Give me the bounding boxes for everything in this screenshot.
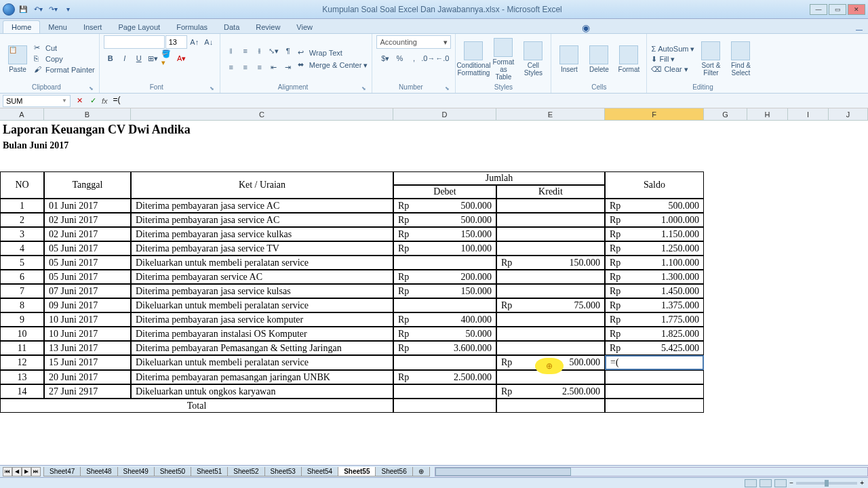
- header-debet[interactable]: Debet: [393, 185, 496, 199]
- sheet-tab-sheet50[interactable]: Sheet50: [154, 467, 191, 476]
- col-header-D[interactable]: D: [393, 108, 496, 120]
- table-row[interactable]: 707 Juni 2017Diterima pembayaran jasa se…: [0, 284, 704, 298]
- align-top[interactable]: ⫴: [224, 44, 238, 58]
- sheet-tab-sheet47[interactable]: Sheet47: [43, 467, 81, 476]
- delete-cells-button[interactable]: Delete: [585, 44, 612, 75]
- maximize-button[interactable]: ▭: [829, 4, 846, 15]
- orientation-button[interactable]: ⤡▾: [267, 44, 281, 58]
- sheet-tab-sheet51[interactable]: Sheet51: [191, 467, 228, 476]
- header-jumlah[interactable]: Jumlah: [393, 171, 605, 185]
- formula-input[interactable]: =(: [111, 95, 868, 107]
- header-saldo[interactable]: Saldo: [605, 171, 704, 199]
- col-header-E[interactable]: E: [496, 108, 605, 120]
- minimize-button[interactable]: —: [810, 4, 827, 15]
- percent-format-button[interactable]: %: [393, 52, 406, 65]
- autosum-button[interactable]: Σ AutoSum▾: [651, 45, 694, 54]
- table-row[interactable]: 1215 Juni 2017Dikeluarkan untuk membeli …: [0, 355, 704, 370]
- page-layout-view-button[interactable]: [760, 479, 772, 487]
- financial-table[interactable]: NO Tanggal Ket / Uraian Jumlah Saldo Deb…: [0, 171, 704, 413]
- col-header-H[interactable]: H: [747, 108, 788, 120]
- table-row[interactable]: 809 Juni 2017Dikeluarkan untuk membeli p…: [0, 298, 704, 312]
- last-sheet-button[interactable]: ⏭: [31, 467, 41, 476]
- cell-styles-button[interactable]: Cell Styles: [519, 40, 547, 78]
- new-sheet-button[interactable]: ⊕: [412, 467, 430, 476]
- comma-format-button[interactable]: ,: [407, 52, 420, 65]
- normal-view-button[interactable]: [745, 479, 757, 487]
- next-sheet-button[interactable]: ▶: [22, 467, 31, 476]
- report-subtitle[interactable]: Bulan Juni 2017: [0, 138, 71, 153]
- conditional-formatting-button[interactable]: Conditional Formatting: [460, 40, 487, 78]
- header-kredit[interactable]: Kredit: [496, 185, 605, 199]
- prev-sheet-button[interactable]: ◀: [12, 467, 22, 476]
- cancel-formula-button[interactable]: ✕: [73, 95, 85, 107]
- grow-font-button[interactable]: A↑: [188, 35, 201, 49]
- insert-cells-button[interactable]: Insert: [555, 44, 583, 75]
- page-break-view-button[interactable]: [774, 479, 787, 487]
- save-button[interactable]: 💾: [16, 3, 30, 16]
- horizontal-scrollbar[interactable]: [435, 467, 868, 476]
- enter-formula-button[interactable]: ✓: [87, 95, 99, 107]
- zoom-out-button[interactable]: −: [789, 479, 793, 487]
- table-row[interactable]: 910 Juni 2017Diterima pembayaran jasa se…: [0, 312, 704, 327]
- sheet-tab-sheet48[interactable]: Sheet48: [80, 467, 117, 476]
- fill-color-button[interactable]: 🪣▾: [161, 52, 174, 65]
- italic-button[interactable]: I: [118, 52, 132, 65]
- border-button[interactable]: ⊞▾: [146, 52, 160, 65]
- underline-button[interactable]: U: [132, 52, 146, 65]
- sheet-tab-sheet53[interactable]: Sheet53: [264, 467, 302, 476]
- align-right[interactable]: ≡: [253, 60, 267, 74]
- header-no[interactable]: NO: [0, 171, 44, 199]
- sheet-tab-sheet49[interactable]: Sheet49: [117, 467, 155, 476]
- tab-review[interactable]: Review: [248, 21, 288, 33]
- col-header-I[interactable]: I: [788, 108, 829, 120]
- table-row[interactable]: 1010 Juni 2017Diterima pembayaran instal…: [0, 327, 704, 341]
- copy-button[interactable]: ⎘Copy: [34, 54, 95, 64]
- table-row[interactable]: 605 Juni 2017Diterima pembayaran service…: [0, 270, 704, 284]
- close-button[interactable]: ✕: [848, 4, 865, 15]
- clear-button[interactable]: ⌫ Clear▾: [651, 65, 694, 74]
- number-format-combo[interactable]: Accounting▾: [376, 35, 451, 49]
- font-launcher[interactable]: ⬊: [210, 85, 216, 92]
- bold-button[interactable]: B: [104, 52, 117, 65]
- decrease-indent[interactable]: ⇤: [267, 60, 281, 74]
- minimize-ribbon-icon[interactable]: —: [856, 26, 863, 33]
- format-as-table-button[interactable]: Format as Table: [490, 37, 517, 82]
- paste-button[interactable]: 📋 Paste: [4, 44, 31, 75]
- font-family-combo[interactable]: [104, 35, 165, 49]
- tab-home[interactable]: Home: [3, 20, 40, 33]
- tab-data[interactable]: Data: [216, 21, 248, 33]
- format-painter-button[interactable]: 🖌Format Painter: [34, 65, 95, 75]
- increase-decimal-button[interactable]: .0→: [421, 52, 435, 65]
- clipboard-launcher[interactable]: ⬊: [89, 85, 95, 92]
- tab-insert[interactable]: Insert: [75, 21, 111, 33]
- zoom-slider[interactable]: [796, 482, 857, 485]
- sheet-tab-sheet54[interactable]: Sheet54: [301, 467, 338, 476]
- total-row[interactable]: Total: [0, 399, 704, 413]
- name-box[interactable]: SUM▼: [3, 95, 71, 107]
- alignment-launcher[interactable]: ⬊: [361, 85, 368, 92]
- qat-customize[interactable]: ▾: [61, 3, 75, 16]
- col-header-F[interactable]: F: [605, 108, 704, 120]
- table-row[interactable]: 202 Juni 2017Diterima pembayaran jasa se…: [0, 213, 704, 227]
- fx-icon[interactable]: fx: [102, 97, 108, 105]
- sort-filter-button[interactable]: Sort & Filter: [697, 40, 724, 78]
- align-bottom[interactable]: ⫵: [253, 44, 267, 58]
- col-header-C[interactable]: C: [131, 108, 393, 120]
- fill-button[interactable]: ⬇ Fill▾: [651, 55, 694, 64]
- help-icon[interactable]: ◉: [582, 22, 590, 33]
- find-select-button[interactable]: Find & Select: [727, 40, 754, 78]
- align-center[interactable]: ≡: [239, 60, 252, 74]
- col-header-B[interactable]: B: [44, 108, 131, 120]
- cut-button[interactable]: ✂Cut: [34, 43, 95, 53]
- office-button[interactable]: [3, 3, 15, 16]
- tab-view[interactable]: View: [288, 21, 321, 33]
- col-header-J[interactable]: J: [829, 108, 868, 120]
- align-left[interactable]: ≡: [224, 60, 238, 74]
- wrap-text-button[interactable]: ↩Wrap Text: [298, 48, 368, 58]
- table-row[interactable]: 405 Juni 2017Diterima pembayaran jasa se…: [0, 241, 704, 256]
- merge-center-button[interactable]: ⬌Merge & Center▾: [298, 60, 368, 70]
- sheet-tab-sheet55[interactable]: Sheet55: [338, 467, 376, 476]
- table-row[interactable]: 1427 Juni 2917Dikeluarkan untuk ongkos k…: [0, 384, 704, 399]
- table-row[interactable]: 1113 Juni 2017Diterima pembayaran Pemasa…: [0, 341, 704, 355]
- increase-indent[interactable]: ⇥: [281, 60, 295, 74]
